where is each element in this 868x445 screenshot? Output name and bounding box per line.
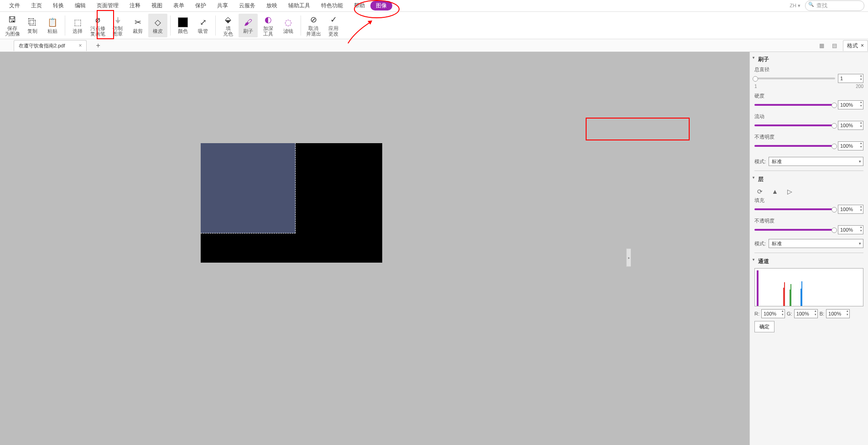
menu-features[interactable]: 特色功能 [316,0,348,11]
format-panel: 刷子 总直径 1 1200 硬度 100% 流动 [749,52,868,445]
flow-label: 流动 [754,113,863,120]
tool-crop[interactable]: ✂裁剪 [128,14,147,37]
diameter-slider[interactable] [754,78,835,79]
layer-mode-label: 模式: [754,240,766,247]
document-tab-title: 在遵守饮食指南2.pdf [19,42,65,49]
document-tab[interactable]: 在遵守饮食指南2.pdf × [14,40,87,51]
menu-protect[interactable]: 保护 [190,0,212,11]
layer-mode-combo[interactable]: 标准 [769,239,863,248]
menu-convert[interactable]: 转换 [47,0,69,11]
tool-apply-changes[interactable]: ✓应用 更改 [324,14,343,37]
lang-dropdown[interactable]: ZH ▾ [790,3,800,9]
canvas-area[interactable]: ▸ [0,52,749,445]
paste-icon: 📋 [47,17,57,27]
cancel-icon: ⊘ [308,15,318,25]
format-panel-tab[interactable]: 格式 × [843,40,868,51]
brush-icon: 🖌 [243,17,253,27]
tool-burn[interactable]: ◐加深 工具 [259,14,278,37]
menu-file[interactable]: 文件 [4,0,26,11]
separator [215,16,216,36]
tool-brush[interactable]: 🖌刷子 [239,14,258,37]
brush-opacity-spinner[interactable]: 100% [838,141,863,150]
brush-section-title: 刷子 [754,56,863,63]
menu-play[interactable]: 放映 [261,0,283,11]
menu-image[interactable]: 图像 [370,1,392,10]
check-icon: ✓ [328,15,338,25]
layer-flip-v-icon[interactable]: ▲ [772,188,778,195]
g-spinner[interactable]: 100% [794,309,818,318]
tool-fill[interactable]: ⬙填 充色 [218,14,238,37]
fill-label: 填充 [754,197,863,204]
brush-opacity-label: 不透明度 [754,134,863,140]
eyedropper-icon: ⤢ [198,17,208,27]
fill-slider[interactable] [754,208,835,210]
menu-annotate[interactable]: 注释 [124,0,146,11]
menu-page-manage[interactable]: 页面管理 [91,0,124,11]
color-swatch-icon [178,17,188,27]
g-label: G: [787,311,792,316]
diameter-label: 总直径 [754,66,863,73]
layer-opacity-spinner[interactable]: 100% [838,225,863,234]
selection-region[interactable] [201,143,296,233]
layer-rotate-icon[interactable]: ⟳ [757,188,763,195]
layer-opacity-slider[interactable] [754,229,835,231]
menu-view[interactable]: 视图 [146,0,168,11]
r-label: R: [754,311,759,316]
menu-accessibility[interactable]: 辅助工具 [283,0,316,11]
burn-icon: ◐ [263,15,273,25]
hardness-slider[interactable] [754,104,835,106]
bucket-icon: ⬙ [223,15,233,25]
tool-color[interactable]: 颜色 [173,14,192,37]
scissors-icon: ✂ [133,17,143,27]
tool-filter[interactable]: ◌滤镜 [279,14,298,37]
layer-flip-h-icon[interactable]: ▷ [787,188,792,195]
separator [301,16,301,36]
select-icon: ⬚ [73,17,83,27]
brush-mode-label: 模式: [754,158,766,165]
menu-help[interactable]: 帮助 [348,0,370,11]
b-spinner[interactable]: 100% [826,309,850,318]
layer-section-title: 层 [754,176,863,183]
menu-edit[interactable]: 编辑 [69,0,91,11]
tool-eraser[interactable]: ◇橡皮 [148,14,167,37]
main-area: ▸ 刷子 总直径 1 1200 硬度 100% 流动 [0,52,868,445]
menu-home[interactable]: 主页 [26,0,47,11]
menu-share[interactable]: 共享 [212,0,234,11]
hardness-spinner[interactable]: 100% [838,100,863,109]
fill-spinner[interactable]: 100% [838,205,863,214]
menu-cloud[interactable]: 云服务 [234,0,261,11]
flow-slider[interactable] [754,124,835,126]
tool-select[interactable]: ⬚选择 [68,14,87,37]
tool-spot-heal[interactable]: ⌀污点修 复画笔 [88,14,107,37]
layer-section: 层 ⟳ ▲ ▷ 填充 100% 不透明度 100% [754,176,863,248]
channel-section-title: 通道 [754,258,863,265]
tool-eyedropper[interactable]: ⤢吸管 [193,14,213,37]
tool-save-as-image[interactable]: 🖫保存 为图像 [3,14,22,37]
menu-form[interactable]: 表单 [168,0,190,11]
tool-paste[interactable]: 📋粘贴 [43,14,62,37]
tool-cancel-exit[interactable]: ⊘取消 并退出 [304,14,323,37]
b-label: B: [820,311,824,316]
save-icon: 🖫 [7,15,17,25]
channel-ok-button[interactable]: 确定 [754,321,774,332]
tool-clone-stamp[interactable]: ⏚仿制 图章 [108,14,127,37]
search-input[interactable]: 查找 [805,0,864,11]
tab-close-button[interactable]: × [78,42,82,49]
diameter-spinner[interactable]: 1 [838,74,863,83]
format-tab-close[interactable]: × [861,42,864,49]
brush-opacity-slider[interactable] [754,145,835,147]
brush-section: 刷子 总直径 1 1200 硬度 100% 流动 [754,56,863,166]
eraser-icon: ◇ [153,17,163,27]
brush-mode-combo[interactable]: 标准 [769,157,863,166]
r-spinner[interactable]: 100% [761,309,785,318]
tool-copy[interactable]: ⿻复制 [23,14,42,37]
panel-collapse-handle[interactable]: ▸ [626,248,631,267]
grid-view-icon[interactable]: ▦ [817,41,826,50]
channel-section: 通道 R: 100% G: 100% B: 100% 确定 [754,258,863,332]
histogram [754,268,863,306]
flow-spinner[interactable]: 100% [838,121,863,130]
layer-opacity-label: 不透明度 [754,217,863,224]
heal-icon: ⌀ [93,15,103,25]
new-tab-button[interactable]: + [96,41,100,50]
panel-view-icon[interactable]: ▤ [830,41,839,50]
